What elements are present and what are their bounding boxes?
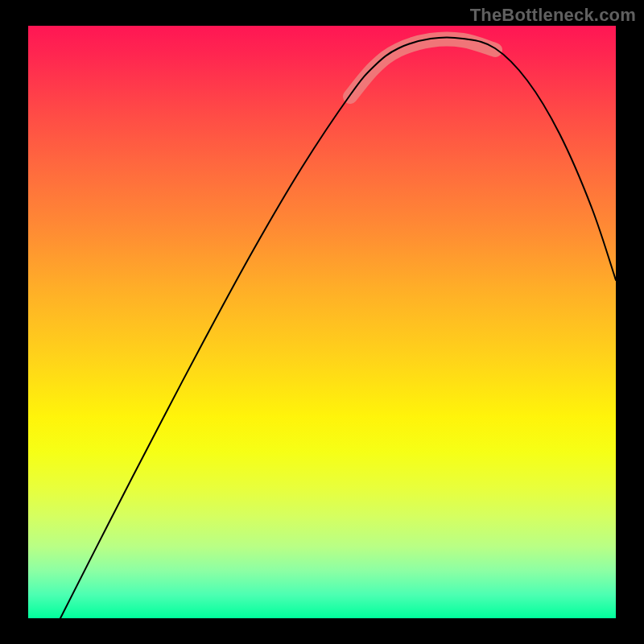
watermark-text: TheBottleneck.com	[470, 5, 636, 26]
chart-frame: TheBottleneck.com	[0, 0, 644, 644]
bottleneck-curve	[60, 37, 616, 618]
curve-layer	[28, 26, 616, 618]
plot-area	[28, 26, 616, 618]
